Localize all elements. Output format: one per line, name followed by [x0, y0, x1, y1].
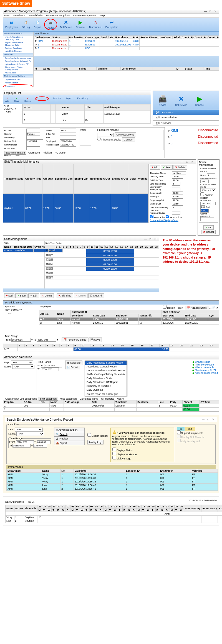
- act-calc[interactable]: Calculated Items: [79, 397, 99, 400]
- sr-ssc[interactable]: [177, 430, 181, 434]
- rep-dot[interactable]: Daily Overtime: [85, 388, 127, 392]
- side-maint[interactable]: Maintenance AL/BL: [195, 369, 216, 372]
- li-employee[interactable]: Employee: [3, 84, 33, 87]
- f-title[interactable]: [60, 136, 76, 139]
- sr-to-d[interactable]: [12, 444, 31, 448]
- menu-data[interactable]: Data: [4, 14, 9, 17]
- ac-from[interactable]: [44, 364, 62, 367]
- devmenu-edit[interactable]: Edit current device: [153, 115, 219, 120]
- li-dl-logs[interactable]: Download attendance logs: [3, 57, 33, 60]
- ac-dep[interactable]: XIMI: [11, 361, 33, 365]
- rep-shifts[interactable]: Daily Attendance Shifts: [85, 376, 127, 380]
- min-btn[interactable]: —: [203, 10, 208, 13]
- sr-advexp[interactable]: ◈ Advanced Export: [54, 428, 85, 432]
- tt-eout[interactable]: [172, 202, 183, 206]
- rep-sumot[interactable]: Summary of Overtime: [85, 384, 127, 388]
- tt-post[interactable]: Post: [161, 165, 173, 170]
- dm-port[interactable]: [200, 209, 209, 213]
- tb-aclog[interactable]: 📋AC Log: [21, 19, 31, 30]
- li-dl-user[interactable]: Download user info and Fp: [3, 60, 33, 63]
- tb-connect[interactable]: ▶Connect: [75, 19, 87, 30]
- el-import[interactable]: Import: [65, 96, 74, 103]
- f-nat[interactable]: [26, 136, 40, 139]
- tb-deldevice[interactable]: ✕Del Device: [59, 19, 73, 30]
- sm-save[interactable]: Save: [15, 293, 28, 298]
- sr-export[interactable]: 📤 Export: [54, 441, 85, 445]
- sr-modlog[interactable]: Modify Log: [87, 440, 104, 444]
- li-acmanage[interactable]: AC Manage: [3, 71, 33, 74]
- tb-disconnect[interactable]: ⦸Disconnect: [88, 19, 103, 30]
- tb-exit[interactable]: ↩Exit system: [104, 19, 119, 30]
- f-dob[interactable]: [26, 139, 43, 143]
- act-shiftexc[interactable]: Shift Exception: [39, 397, 58, 401]
- el-trans[interactable]: Transfer: [52, 96, 62, 103]
- f-connectdev[interactable]: Connect Device: [115, 132, 136, 137]
- close-btn[interactable]: ✕: [213, 10, 218, 13]
- sa-from[interactable]: [11, 338, 31, 342]
- sr-dr[interactable]: [87, 433, 91, 437]
- tb-report[interactable]: 📄Report: [33, 19, 42, 30]
- tt-bout[interactable]: [172, 198, 183, 202]
- side-color[interactable]: Change color: [195, 361, 210, 363]
- el-save[interactable]: ✓Save: [13, 96, 20, 103]
- sm-del[interactable]: Delete: [40, 293, 54, 298]
- f-fpd-radio[interactable]: [97, 137, 101, 140]
- et-ac[interactable]: AC Option: [54, 151, 67, 154]
- tt-name[interactable]: [172, 171, 186, 175]
- sm-edit[interactable]: ✎ Edit: [28, 293, 39, 298]
- rep-depart[interactable]: Depart Attendance Statistic Report: [85, 369, 127, 372]
- side-append[interactable]: Append Clock In/Out: [195, 372, 218, 374]
- li-export[interactable]: Export Attendance Checking Data: [3, 41, 33, 47]
- devmenu-add[interactable]: AAdd new devicedd new device: [153, 110, 219, 115]
- sr-from-d[interactable]: [16, 440, 34, 444]
- act-clockexc[interactable]: Clock In/Out Log Exceptions: [4, 397, 38, 400]
- sa-child[interactable]: XIMI: [3, 312, 39, 315]
- li-ul-user[interactable]: Upload user info and FP: [3, 63, 33, 66]
- tt-on[interactable]: [172, 175, 183, 178]
- sr-dw[interactable]: [112, 452, 116, 455]
- rep-staff[interactable]: Staff's On-Duty/Off-Duty Timetable: [85, 372, 127, 376]
- sr-to-t[interactable]: [33, 444, 47, 448]
- f-name[interactable]: [60, 129, 76, 132]
- tt-leave[interactable]: [172, 188, 180, 191]
- f-fpsel[interactable]: [97, 133, 114, 137]
- tt-bin[interactable]: [172, 191, 183, 195]
- tab-machinelist[interactable]: Machine List: [34, 32, 219, 35]
- sr-di[interactable]: [112, 456, 116, 459]
- act-miscexc[interactable]: Misc Exception: [59, 397, 78, 400]
- sec-machine[interactable]: Machine: [3, 53, 33, 57]
- ac-calc[interactable]: 🖩 Calculate: [65, 361, 83, 365]
- sec-maint[interactable]: Maintenance/Options: [3, 74, 33, 78]
- el-add[interactable]: +Add: [4, 96, 10, 103]
- sa-to[interactable]: [37, 338, 56, 342]
- dm-ip2[interactable]: [206, 202, 211, 205]
- li-backup[interactable]: Backup Database: [3, 47, 33, 50]
- sa-company[interactable]: OUR COMPANY: [3, 308, 39, 312]
- dm-ip4[interactable]: [200, 205, 205, 209]
- el-cancel[interactable]: ✕Cancel: [23, 96, 32, 103]
- side-filter-tt[interactable]: Filter to timetable: [195, 366, 214, 369]
- tt-mustin[interactable]: [150, 215, 153, 218]
- f-addr[interactable]: [26, 147, 40, 150]
- rep-create[interactable]: Create report for current grid: [85, 392, 127, 396]
- dm-mode[interactable]: Ethernet: [200, 188, 216, 192]
- f-acno[interactable]: [26, 129, 40, 132]
- dm-name[interactable]: [207, 173, 215, 177]
- primary-logs-tab[interactable]: Primary Logs: [6, 465, 216, 469]
- tb-employees[interactable]: 👥Employees: [4, 19, 19, 30]
- sa-dr[interactable]: [163, 305, 167, 309]
- li-unkdisk[interactable]: Unk Disk Manage: [3, 50, 33, 53]
- tt-late[interactable]: [172, 182, 180, 186]
- act-ot[interactable]: OT Reports: [100, 397, 115, 400]
- dm-android[interactable]: [200, 192, 204, 196]
- dm-ip3[interactable]: [212, 202, 216, 205]
- tt-mustout[interactable]: [166, 215, 169, 218]
- li-dept[interactable]: Department List: [3, 78, 33, 81]
- devmenu-editall[interactable]: Edit All device: [153, 120, 219, 126]
- rep-general[interactable]: Attendance General Report: [85, 365, 127, 369]
- li-admin[interactable]: Administrator: [3, 81, 33, 84]
- sr-from-t[interactable]: [37, 440, 51, 444]
- tt-ein[interactable]: [172, 195, 183, 198]
- side-filter-exc[interactable]: Filter by exception: [195, 363, 215, 366]
- tb-device[interactable]: 📠Device: [44, 19, 57, 30]
